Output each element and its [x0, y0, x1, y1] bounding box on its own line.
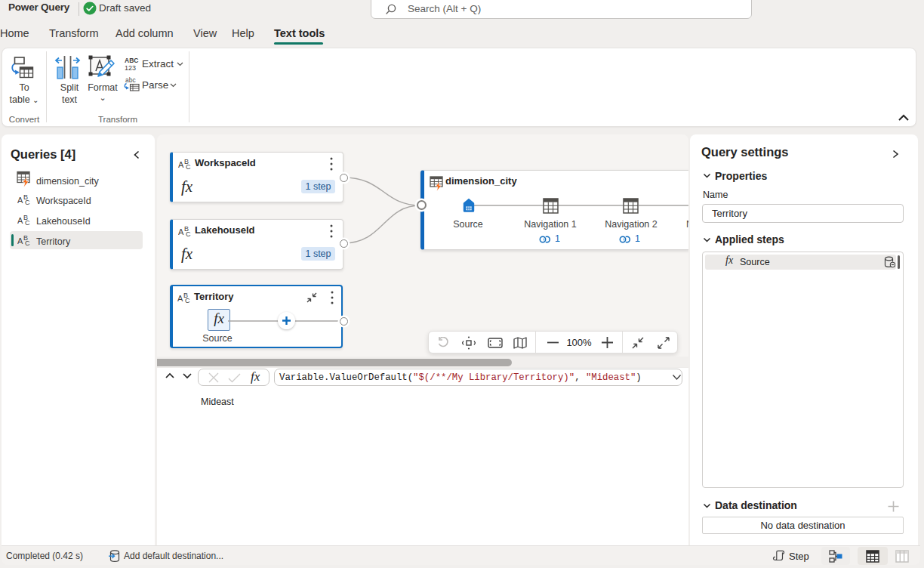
svg-text:A: A [178, 160, 184, 169]
svg-text:C: C [25, 199, 30, 205]
svg-text:123: 123 [125, 64, 136, 71]
svg-text:C: C [185, 297, 190, 304]
svg-text:C: C [186, 163, 191, 170]
svg-text:A: A [17, 236, 23, 245]
svg-text:C: C [25, 219, 30, 226]
svg-text:A: A [178, 227, 184, 236]
svg-text:A: A [17, 196, 23, 205]
svg-text:ABC: ABC [125, 57, 138, 64]
svg-text:abc: abc [125, 76, 136, 84]
svg-text:C: C [186, 230, 191, 237]
svg-text:C: C [25, 239, 30, 246]
svg-text:A: A [177, 294, 183, 303]
svg-text:A: A [17, 216, 23, 225]
